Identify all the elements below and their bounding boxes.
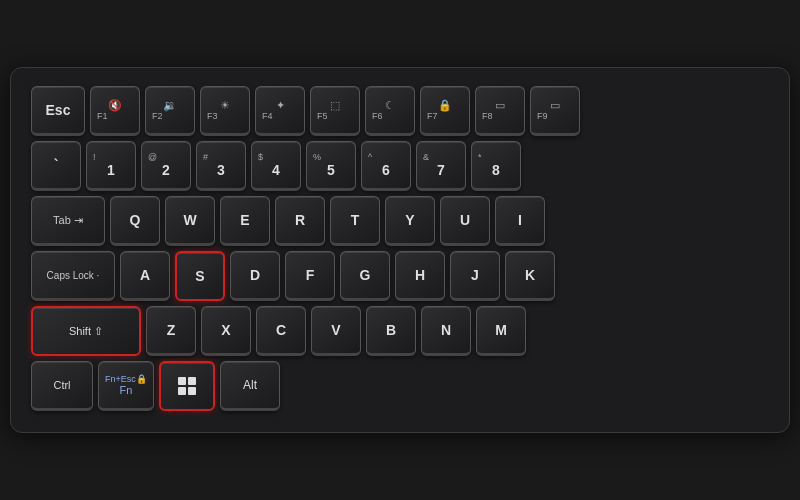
key-tab[interactable]: Tab ⇥ xyxy=(31,196,105,246)
key-8[interactable]: * 8 xyxy=(471,141,521,191)
key-h[interactable]: H xyxy=(395,251,445,301)
key-e[interactable]: E xyxy=(220,196,270,246)
key-a[interactable]: A xyxy=(120,251,170,301)
key-fn[interactable]: Fn+Esc🔒 Fn xyxy=(98,361,154,411)
key-w[interactable]: W xyxy=(165,196,215,246)
key-f5[interactable]: ⬚ F5 xyxy=(310,86,360,136)
key-s[interactable]: S xyxy=(175,251,225,301)
key-5[interactable]: % 5 xyxy=(306,141,356,191)
key-f1[interactable]: 🔇 F1 xyxy=(90,86,140,136)
key-f2[interactable]: 🔉 F2 xyxy=(145,86,195,136)
key-b[interactable]: B xyxy=(366,306,416,356)
key-d[interactable]: D xyxy=(230,251,280,301)
key-f9[interactable]: ▭ F9 xyxy=(530,86,580,136)
key-f3[interactable]: ☀ F3 xyxy=(200,86,250,136)
qwerty-key-row: Tab ⇥ Q W E R T Y U I xyxy=(31,196,769,246)
asdf-key-row: Caps Lock · A S D F G H J K xyxy=(31,251,769,301)
key-f[interactable]: F xyxy=(285,251,335,301)
key-k[interactable]: K xyxy=(505,251,555,301)
zxcv-key-row: Shift ⇧ Z X C V B N M xyxy=(31,306,769,356)
key-y[interactable]: Y xyxy=(385,196,435,246)
key-f4[interactable]: ✦ F4 xyxy=(255,86,305,136)
key-r[interactable]: R xyxy=(275,196,325,246)
key-ctrl[interactable]: Ctrl xyxy=(31,361,93,411)
bottom-key-row: Ctrl Fn+Esc🔒 Fn Alt xyxy=(31,361,769,411)
key-capslock[interactable]: Caps Lock · xyxy=(31,251,115,301)
key-i[interactable]: I xyxy=(495,196,545,246)
key-shift[interactable]: Shift ⇧ xyxy=(31,306,141,356)
key-backtick[interactable]: ` xyxy=(31,141,81,191)
key-q[interactable]: Q xyxy=(110,196,160,246)
number-key-row: ` ! 1 @ 2 # 3 $ 4 % 5 ^ 6 & 7 xyxy=(31,141,769,191)
key-3[interactable]: # 3 xyxy=(196,141,246,191)
key-2[interactable]: @ 2 xyxy=(141,141,191,191)
function-key-row: Esc 🔇 F1 🔉 F2 ☀ F3 ✦ F4 ⬚ F5 ☾ F6 🔒 F7 xyxy=(31,86,769,136)
key-t[interactable]: T xyxy=(330,196,380,246)
key-f6[interactable]: ☾ F6 xyxy=(365,86,415,136)
key-v[interactable]: V xyxy=(311,306,361,356)
key-esc[interactable]: Esc xyxy=(31,86,85,136)
key-m[interactable]: M xyxy=(476,306,526,356)
keyboard: Esc 🔇 F1 🔉 F2 ☀ F3 ✦ F4 ⬚ F5 ☾ F6 🔒 F7 xyxy=(10,67,790,433)
key-alt[interactable]: Alt xyxy=(220,361,280,411)
windows-logo-icon xyxy=(178,377,196,395)
key-f7[interactable]: 🔒 F7 xyxy=(420,86,470,136)
key-c[interactable]: C xyxy=(256,306,306,356)
key-6[interactable]: ^ 6 xyxy=(361,141,411,191)
key-g[interactable]: G xyxy=(340,251,390,301)
key-f8[interactable]: ▭ F8 xyxy=(475,86,525,136)
key-u[interactable]: U xyxy=(440,196,490,246)
key-7[interactable]: & 7 xyxy=(416,141,466,191)
key-z[interactable]: Z xyxy=(146,306,196,356)
key-n[interactable]: N xyxy=(421,306,471,356)
key-4[interactable]: $ 4 xyxy=(251,141,301,191)
key-x[interactable]: X xyxy=(201,306,251,356)
key-1[interactable]: ! 1 xyxy=(86,141,136,191)
key-windows[interactable] xyxy=(159,361,215,411)
key-j[interactable]: J xyxy=(450,251,500,301)
